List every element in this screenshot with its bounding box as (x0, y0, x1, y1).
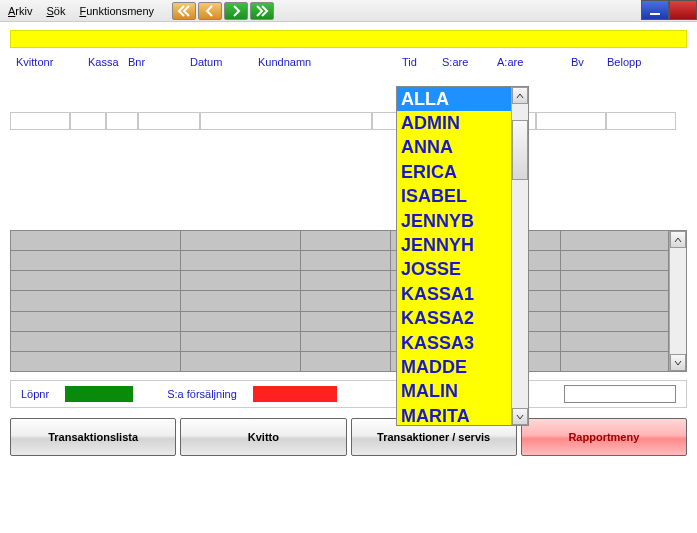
nav-buttons (172, 2, 274, 20)
dropdown-item[interactable]: ALLA (397, 87, 511, 111)
chevrons-right-icon (255, 4, 269, 18)
dropdown-item[interactable]: JENNYH (397, 233, 511, 257)
col-tid[interactable]: Tid (402, 56, 442, 68)
col-bnr[interactable]: Bnr (128, 56, 190, 68)
input-cell[interactable] (10, 112, 70, 130)
table-row[interactable] (11, 251, 669, 271)
content-area: Kvittonr Kassa Bnr Datum Kundnamn Tid S:… (0, 22, 697, 533)
dropdown-item[interactable]: JOSSE (397, 258, 511, 282)
dropdown-item[interactable]: ADMIN (397, 111, 511, 135)
scroll-thumb[interactable] (512, 120, 528, 180)
window-controls (641, 0, 697, 20)
col-belopp[interactable]: Belopp (607, 56, 657, 68)
rapportmeny-button[interactable]: Rapportmeny (521, 418, 687, 456)
scroll-down-button[interactable] (670, 354, 686, 371)
input-cell[interactable] (606, 112, 676, 130)
column-headers: Kvittonr Kassa Bnr Datum Kundnamn Tid S:… (10, 56, 687, 68)
dropdown-item[interactable]: MALIN (397, 380, 511, 404)
dropdown-item[interactable]: KASSA3 (397, 331, 511, 355)
chevrons-left-icon (177, 4, 191, 18)
col-kassa[interactable]: Kassa (88, 56, 128, 68)
dropdown-item[interactable]: KASSA1 (397, 282, 511, 306)
chevron-left-icon (203, 4, 217, 18)
titlebar: Arkiv Sök Funktionsmeny (0, 0, 697, 22)
input-row (10, 112, 687, 130)
menu-arkiv[interactable]: Arkiv (8, 5, 32, 17)
scroll-up-button[interactable] (512, 87, 528, 104)
table-row[interactable] (11, 352, 669, 371)
table-scrollbar[interactable] (669, 231, 686, 371)
menu-bar: Arkiv Sök Funktionsmeny (0, 5, 162, 17)
input-cell[interactable] (200, 112, 372, 130)
input-cell[interactable] (70, 112, 106, 130)
scroll-down-button[interactable] (512, 408, 528, 425)
input-cell[interactable] (138, 112, 200, 130)
chevron-right-icon (229, 4, 243, 18)
nav-next-button[interactable] (224, 2, 248, 20)
chevron-down-icon (516, 413, 524, 421)
input-cell[interactable] (536, 112, 606, 130)
dropdown-item[interactable]: MADDE (397, 355, 511, 379)
dropdown-list: ALLAADMINANNAERICAISABELJENNYBJENNYHJOSS… (397, 87, 511, 425)
sa-forsaljning-value-box (253, 386, 337, 402)
col-kvittonr[interactable]: Kvittonr (10, 56, 88, 68)
col-datum[interactable]: Datum (190, 56, 258, 68)
nav-last-button[interactable] (250, 2, 274, 20)
transaktionslista-button[interactable]: Transaktionslista (10, 418, 176, 456)
table-row[interactable] (11, 271, 669, 291)
dropdown-scrollbar[interactable] (511, 87, 528, 425)
minimize-icon (650, 13, 660, 15)
nav-prev-button[interactable] (198, 2, 222, 20)
col-sare[interactable]: S:are (442, 56, 497, 68)
button-row: Transaktionslista Kvitto Transaktioner /… (10, 418, 687, 456)
lopnr-value-box (65, 386, 133, 402)
chevron-up-icon (516, 92, 524, 100)
input-cell[interactable] (106, 112, 138, 130)
table-row[interactable] (11, 291, 669, 311)
sa-forsaljning-label: S:a försäljning (167, 388, 237, 400)
dropdown-item[interactable]: JENNYB (397, 209, 511, 233)
dropdown-item[interactable]: ANNA (397, 136, 511, 160)
table-row[interactable] (11, 231, 669, 251)
scroll-up-button[interactable] (670, 231, 686, 248)
menu-funktionsmeny[interactable]: Funktionsmeny (79, 5, 154, 17)
dropdown-item[interactable]: MARITA (397, 404, 511, 426)
detail-table (10, 230, 687, 372)
minimize-button[interactable] (641, 0, 669, 20)
sare-dropdown[interactable]: ALLAADMINANNAERICAISABELJENNYBJENNYHJOSS… (396, 86, 529, 426)
dropdown-item[interactable]: ERICA (397, 160, 511, 184)
status-row: Löpnr S:a försäljning (10, 380, 687, 408)
col-kundnamn[interactable]: Kundnamn (258, 56, 402, 68)
col-bv[interactable]: Bv (571, 56, 607, 68)
table-row[interactable] (11, 332, 669, 352)
col-aare[interactable]: A:are (497, 56, 571, 68)
dropdown-item[interactable]: KASSA2 (397, 307, 511, 331)
close-button[interactable] (669, 0, 697, 20)
table-body (11, 231, 669, 371)
dropdown-item[interactable]: ISABEL (397, 185, 511, 209)
kvitto-button[interactable]: Kvitto (180, 418, 346, 456)
chevron-down-icon (674, 359, 682, 367)
menu-sok[interactable]: Sök (46, 5, 65, 17)
summary-field[interactable] (564, 385, 676, 403)
lopnr-label: Löpnr (21, 388, 49, 400)
search-bar[interactable] (10, 30, 687, 48)
chevron-up-icon (674, 236, 682, 244)
table-row[interactable] (11, 312, 669, 332)
nav-first-button[interactable] (172, 2, 196, 20)
